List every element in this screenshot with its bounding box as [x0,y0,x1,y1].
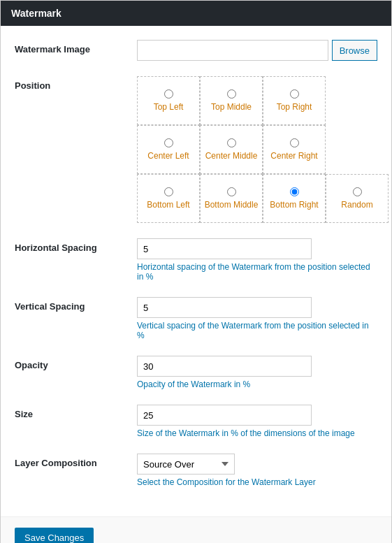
save-button[interactable]: Save Changes [15,528,94,543]
panel-title: Watermark [1,1,391,26]
opacity-label: Opacity [15,356,137,370]
position-row-top: Top Left Top Middle Top Right [137,76,389,125]
position-label-top-left: Top Left [154,102,184,112]
position-radio-bottom-left[interactable] [164,187,173,196]
position-radio-top-right[interactable] [290,89,299,99]
watermark-image-label: Watermark Image [15,40,137,55]
position-cell-bottom-left[interactable]: Bottom Left [137,174,200,223]
vertical-spacing-label: Vertical Spacing [15,297,137,312]
layer-composition-control: Source OverMultiplyScreenOverlayDarkenLi… [137,454,377,487]
opacity-row: Opacity Opacity of the Watermark in % [15,356,377,389]
size-help: Size of the Watermark in % of the dimens… [137,428,377,438]
position-label-bottom-right: Bottom Right [270,200,318,210]
position-radio-bottom-middle[interactable] [227,187,236,196]
position-radio-center-middle[interactable] [227,138,236,147]
position-row: Position Top Left Top Middle [15,76,377,223]
position-cell-center-right[interactable]: Center Right [263,125,326,174]
vertical-spacing-row: Vertical Spacing Vertical spacing of the… [15,297,377,340]
horizontal-spacing-control: Horizontal spacing of the Watermark from… [137,238,377,282]
watermark-image-input[interactable] [137,40,328,61]
position-cell-top-right[interactable]: Top Right [263,76,326,125]
position-label: Position [15,76,137,91]
panel-title-text: Watermark [11,8,61,19]
watermark-image-control: Browse [137,40,377,61]
watermark-image-row: Watermark Image Browse [15,40,377,61]
vertical-spacing-control: Vertical spacing of the Watermark from t… [137,297,377,340]
vertical-spacing-help: Vertical spacing of the Watermark from t… [137,321,377,340]
horizontal-spacing-label: Horizontal Spacing [15,238,137,253]
position-radio-center-left[interactable] [164,138,173,147]
opacity-control: Opacity of the Watermark in % [137,356,377,389]
horizontal-spacing-help: Horizontal spacing of the Watermark from… [137,262,377,282]
size-input[interactable] [137,405,312,426]
opacity-help: Opacity of the Watermark in % [137,379,377,389]
size-row: Size Size of the Watermark in % of the d… [15,405,377,438]
position-cell-center-middle[interactable]: Center Middle [200,125,263,174]
vertical-spacing-input[interactable] [137,297,312,318]
position-cell-bottom-right[interactable]: Bottom Right [263,174,326,223]
layer-composition-select[interactable]: Source OverMultiplyScreenOverlayDarkenLi… [137,454,235,475]
position-label-center-left: Center Left [147,151,189,161]
position-label-bottom-left: Bottom Left [147,200,189,210]
position-label-random: Random [341,200,372,210]
horizontal-spacing-input[interactable] [137,238,312,259]
position-cell-top-left[interactable]: Top Left [137,76,200,125]
position-cell-random[interactable]: Random [326,174,389,223]
panel-footer: Save Changes [1,516,391,543]
position-label-center-right: Center Right [270,151,317,161]
position-row-center: Center Left Center Middle Center Right [137,125,389,174]
position-label-bottom-middle: Bottom Middle [205,200,259,210]
opacity-input[interactable] [137,356,312,377]
image-input-row: Browse [137,40,377,61]
position-cell-top-middle[interactable]: Top Middle [200,76,263,125]
size-label: Size [15,405,137,419]
horizontal-spacing-row: Horizontal Spacing Horizontal spacing of… [15,238,377,282]
browse-button[interactable]: Browse [332,40,377,61]
panel-body: Watermark Image Browse Position Top Left [1,26,391,516]
position-radio-top-left[interactable] [164,89,173,99]
position-control: Top Left Top Middle Top Right [137,76,389,223]
layer-composition-row: Layer Composition Source OverMultiplyScr… [15,454,377,487]
position-label-top-right: Top Right [277,102,312,112]
position-row-bottom: Bottom Left Bottom Middle Bottom Right [137,174,389,223]
position-radio-bottom-right[interactable] [290,187,299,196]
watermark-panel: Watermark Watermark Image Browse Positio… [0,0,392,543]
position-label-center-middle: Center Middle [205,151,258,161]
position-radio-top-middle[interactable] [227,89,236,99]
position-label-top-middle: Top Middle [211,102,252,112]
layer-composition-help: Select the Composition for the Watermark… [137,477,377,487]
position-radio-center-right[interactable] [290,138,299,147]
position-radio-random[interactable] [353,187,362,196]
position-grid: Top Left Top Middle Top Right [137,76,389,223]
position-cell-bottom-middle[interactable]: Bottom Middle [200,174,263,223]
size-control: Size of the Watermark in % of the dimens… [137,405,377,438]
layer-composition-label: Layer Composition [15,454,137,468]
position-cell-center-left[interactable]: Center Left [137,125,200,174]
